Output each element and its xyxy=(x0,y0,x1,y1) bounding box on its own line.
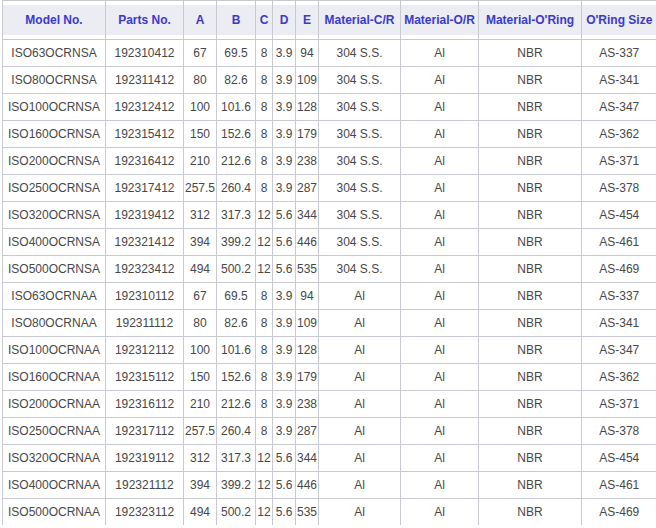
table-cell: Al xyxy=(319,283,401,310)
header-cell: D xyxy=(273,5,296,35)
table-cell: Al xyxy=(401,148,479,175)
table-cell: 101.6 xyxy=(217,94,256,121)
table-cell: AS-362 xyxy=(582,364,656,391)
table-row: ISO500OCRNSA192323412494500.2125.6535304… xyxy=(3,256,656,283)
table-cell: 344 xyxy=(296,445,319,472)
table-cell: 210 xyxy=(184,148,217,175)
table-cell: NBR xyxy=(479,310,582,337)
table-cell: 8 xyxy=(256,94,273,121)
table-cell: Al xyxy=(401,283,479,310)
table-cell: 100 xyxy=(184,337,217,364)
table-cell: 128 xyxy=(296,94,319,121)
table-cell: 82.6 xyxy=(217,67,256,94)
table-cell: Al xyxy=(319,499,401,526)
table-cell: AS-347 xyxy=(582,94,656,121)
table-cell: 500.2 xyxy=(217,499,256,526)
table-cell: NBR xyxy=(479,67,582,94)
table-cell: 12 xyxy=(256,445,273,472)
table-cell: Al xyxy=(319,418,401,445)
header-cell: C xyxy=(256,5,273,35)
table-cell: AS-454 xyxy=(582,445,656,472)
table-cell: Al xyxy=(319,391,401,418)
table-cell: NBR xyxy=(479,445,582,472)
table-cell: 238 xyxy=(296,148,319,175)
table-cell: 8 xyxy=(256,67,273,94)
table-cell: 8 xyxy=(256,121,273,148)
table-cell: AS-341 xyxy=(582,67,656,94)
table-cell: NBR xyxy=(479,148,582,175)
table-cell: AS-378 xyxy=(582,175,656,202)
table-cell: AS-371 xyxy=(582,148,656,175)
table-cell: 5.6 xyxy=(273,202,296,229)
header-cell: B xyxy=(217,5,256,35)
table-row: ISO320OCRNAA192319112312317.3125.6344AlA… xyxy=(3,445,656,472)
table-cell: 69.5 xyxy=(217,40,256,67)
table-cell: Al xyxy=(401,40,479,67)
table-cell: 287 xyxy=(296,175,319,202)
table-cell: 192312412 xyxy=(106,94,184,121)
table-cell: Al xyxy=(401,121,479,148)
table-row: ISO100OCRNAA192312112100101.683.9128AlAl… xyxy=(3,337,656,364)
table-cell: Al xyxy=(401,499,479,526)
table-cell: ISO400OCRNAA xyxy=(3,472,106,499)
table-cell: 535 xyxy=(296,256,319,283)
table-cell: ISO80OCRNAA xyxy=(3,310,106,337)
table-cell: 344 xyxy=(296,202,319,229)
table-cell: 192311112 xyxy=(106,310,184,337)
spec-table: Model No.Parts No.ABCDEMaterial-C/RMater… xyxy=(2,0,656,525)
table-cell: 192319412 xyxy=(106,202,184,229)
table-row: ISO250OCRNAA192317112257.5260.483.9287Al… xyxy=(3,418,656,445)
table-cell: 109 xyxy=(296,310,319,337)
table-cell: 192315412 xyxy=(106,121,184,148)
table-cell: 192319112 xyxy=(106,445,184,472)
table-cell: Al xyxy=(319,445,401,472)
table-cell: NBR xyxy=(479,256,582,283)
table-row: ISO160OCRNAA192315112150152.683.9179AlAl… xyxy=(3,364,656,391)
table-cell: Al xyxy=(401,364,479,391)
table-cell: Al xyxy=(401,67,479,94)
table-cell: 179 xyxy=(296,121,319,148)
table-row: ISO400OCRNSA192321412394399.2125.6446304… xyxy=(3,229,656,256)
table-cell: 94 xyxy=(296,40,319,67)
table-cell: NBR xyxy=(479,94,582,121)
table-cell: 192317112 xyxy=(106,418,184,445)
table-cell: AS-469 xyxy=(582,499,656,526)
table-cell: 210 xyxy=(184,391,217,418)
table-cell: NBR xyxy=(479,391,582,418)
table-cell: AS-378 xyxy=(582,418,656,445)
table-cell: 3.9 xyxy=(273,418,296,445)
table-cell: Al xyxy=(401,418,479,445)
header-cell: Material-O/R xyxy=(401,5,479,35)
table-cell: 535 xyxy=(296,499,319,526)
table-cell: 399.2 xyxy=(217,229,256,256)
table-cell: 500.2 xyxy=(217,256,256,283)
table-cell: 446 xyxy=(296,229,319,256)
table-cell: AS-337 xyxy=(582,283,656,310)
header-cell: Model No. xyxy=(3,5,106,35)
table-cell: Al xyxy=(319,364,401,391)
table-cell: 69.5 xyxy=(217,283,256,310)
table-cell: Al xyxy=(401,391,479,418)
table-cell: 304 S.S. xyxy=(319,67,401,94)
table-cell: AS-461 xyxy=(582,229,656,256)
table-cell: AS-469 xyxy=(582,256,656,283)
table-cell: Al xyxy=(401,310,479,337)
table-cell: Al xyxy=(401,202,479,229)
table-row: ISO63OCRNAA1923101126769.583.994AlAlNBRA… xyxy=(3,283,656,310)
table-cell: NBR xyxy=(479,283,582,310)
table-cell: NBR xyxy=(479,472,582,499)
table-cell: 3.9 xyxy=(273,67,296,94)
table-row: ISO100OCRNSA192312412100101.683.9128304 … xyxy=(3,94,656,121)
table-cell: 238 xyxy=(296,391,319,418)
table-cell: 3.9 xyxy=(273,175,296,202)
table-cell: 67 xyxy=(184,40,217,67)
table-cell: 192311412 xyxy=(106,67,184,94)
table-cell: 192323112 xyxy=(106,499,184,526)
table-cell: NBR xyxy=(479,40,582,67)
table-cell: 304 S.S. xyxy=(319,94,401,121)
table-cell: NBR xyxy=(479,175,582,202)
table-cell: 8 xyxy=(256,310,273,337)
table-cell: 8 xyxy=(256,337,273,364)
table-cell: 101.6 xyxy=(217,337,256,364)
table-cell: 312 xyxy=(184,445,217,472)
